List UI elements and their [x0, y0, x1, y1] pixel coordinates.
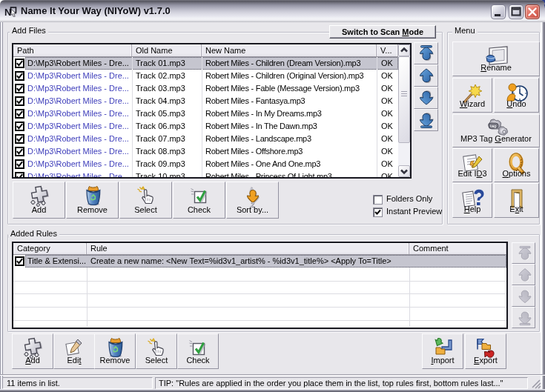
svg-text:tag: tag	[490, 124, 496, 128]
